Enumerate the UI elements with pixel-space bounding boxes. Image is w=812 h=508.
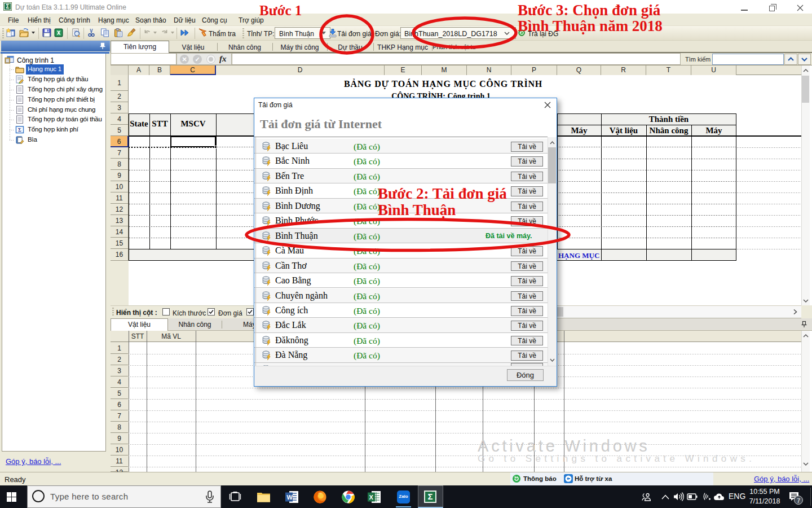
- svg-text:W: W: [287, 494, 293, 501]
- svg-text:Σ: Σ: [18, 127, 21, 133]
- svg-text:X: X: [369, 494, 374, 501]
